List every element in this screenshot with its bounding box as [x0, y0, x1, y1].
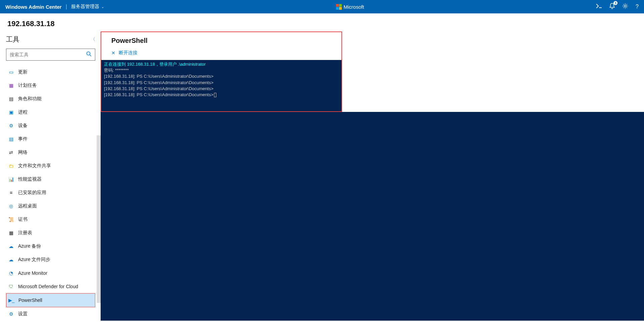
powershell-terminal[interactable]: 正在连接到 192.168.31.18，登录用户 .\administrator… — [101, 60, 341, 111]
notification-badge: 3 — [613, 1, 618, 5]
svg-line-3 — [90, 55, 92, 57]
close-icon: ✕ — [111, 50, 115, 56]
sidebar-item-label: 性能监视器 — [18, 176, 42, 182]
search-input[interactable] — [10, 52, 86, 57]
sidebar-item-remote-desktop[interactable]: ◎远程桌面 — [6, 199, 95, 213]
scheduled-tasks-icon: ▦ — [8, 82, 14, 88]
app-title[interactable]: Windows Admin Center — [5, 4, 62, 10]
svg-point-2 — [87, 52, 90, 55]
sidebar-item-label: 设置 — [18, 311, 28, 317]
sidebar-item-label: Azure Monitor — [18, 270, 47, 276]
help-icon[interactable]: ? — [636, 4, 639, 10]
header-divider: | — [66, 4, 67, 10]
perfmon-icon: 📊 — [8, 176, 14, 182]
sidebar-scrollbar[interactable] — [97, 135, 101, 303]
terminal-prompt-line: [192.168.31.18]: PS C:\Users\Administrat… — [104, 86, 339, 92]
chevron-down-icon: ⌄ — [101, 5, 104, 9]
shield-icon: 🛡 — [8, 283, 14, 289]
network-icon: ⇄ — [8, 149, 14, 155]
brand-text: Microsoft — [344, 4, 364, 10]
sidebar-item-label: Azure 备份 — [18, 243, 41, 249]
server-address: 192.168.31.18 — [0, 13, 644, 31]
sidebar-item-powershell[interactable]: ▶_PowerShell — [6, 293, 95, 307]
apps-icon: ≡ — [8, 190, 14, 196]
brand-center[interactable]: Microsoft — [336, 4, 364, 10]
disconnect-label: 断开连接 — [119, 50, 138, 56]
header-actions: 3 ? — [596, 3, 639, 10]
sidebar-item-network[interactable]: ⇄网络 — [6, 146, 95, 159]
content-area: PowerShell ✕ 断开连接 正在连接到 192.168.31.18，登录… — [101, 31, 644, 321]
sidebar-item-azure-backup[interactable]: ☁Azure 备份 — [6, 240, 95, 253]
sidebar-item-files[interactable]: 🗀文件和文件共享 — [6, 159, 95, 173]
collapse-chevron-icon[interactable]: 〈 — [91, 37, 95, 43]
sidebar-item-apps[interactable]: ≡已安装的应用 — [6, 186, 95, 199]
content-title: PowerShell — [101, 32, 341, 48]
azure-monitor-icon: ◔ — [8, 270, 14, 276]
sidebar-item-label: 设备 — [18, 123, 28, 129]
console-icon[interactable] — [596, 4, 602, 10]
main-layout: 工具 〈 ▭更新 ▦计划任务 ▤角色和功能 ▣进程 ⚙设备 ▤事件 ⇄网络 🗀文… — [0, 31, 644, 321]
sidebar-item-label: 事件 — [18, 136, 28, 142]
events-icon: ▤ — [8, 136, 14, 142]
sidebar-item-tasks[interactable]: ▦计划任务 — [6, 79, 95, 92]
sidebar-item-label: PowerShell — [18, 298, 42, 303]
sidebar-item-azure-sync[interactable]: ☁Azure 文件同步 — [6, 253, 95, 266]
terminal-cursor — [214, 93, 216, 97]
terminal-connect-line: 正在连接到 192.168.31.18，登录用户 .\administrator — [104, 61, 339, 67]
sidebar-item-registry[interactable]: ▦注册表 — [6, 226, 95, 240]
sidebar-item-label: 更新 — [18, 69, 28, 75]
sidebar-item-label: 文件和文件共享 — [18, 163, 51, 169]
sidebar-item-label: 证书 — [18, 216, 28, 222]
update-icon: ▭ — [8, 69, 14, 75]
highlighted-region: PowerShell ✕ 断开连接 正在连接到 192.168.31.18，登录… — [101, 31, 342, 112]
svg-point-1 — [624, 5, 626, 7]
terminal-prompt-line: [192.168.31.18]: PS C:\Users\Administrat… — [104, 92, 339, 98]
sidebar-item-perfmon[interactable]: 📊性能监视器 — [6, 173, 95, 186]
registry-icon: ▦ — [8, 230, 14, 236]
sidebar-item-settings[interactable]: ⚙设置 — [6, 307, 95, 321]
folder-icon: 🗀 — [8, 163, 14, 169]
sidebar-item-label: Microsoft Defender for Cloud — [18, 284, 78, 289]
context-label: 服务器管理器 — [71, 4, 99, 10]
tools-sidebar: 工具 〈 ▭更新 ▦计划任务 ▤角色和功能 ▣进程 ⚙设备 ▤事件 ⇄网络 🗀文… — [0, 31, 101, 321]
sidebar-item-label: Azure 文件同步 — [18, 257, 50, 263]
powershell-icon: ▶_ — [8, 297, 14, 303]
sidebar-item-events[interactable]: ▤事件 — [6, 132, 95, 146]
gear-icon: ⚙ — [8, 311, 14, 317]
microsoft-logo-icon — [336, 4, 342, 10]
sidebar-header: 工具 〈 — [6, 35, 95, 44]
search-icon[interactable] — [86, 51, 92, 58]
sidebar-item-azure-monitor[interactable]: ◔Azure Monitor — [6, 266, 95, 280]
terminal-prompt-line: [192.168.31.18]: PS C:\Users\Administrat… — [104, 80, 339, 86]
settings-icon[interactable] — [622, 3, 628, 10]
azure-sync-icon: ☁ — [8, 257, 14, 263]
sidebar-item-label: 角色和功能 — [18, 96, 42, 102]
sidebar-item-devices[interactable]: ⚙设备 — [6, 119, 95, 132]
sidebar-item-updates[interactable]: ▭更新 — [6, 65, 95, 79]
processes-icon: ▣ — [8, 109, 14, 115]
remote-desktop-icon: ◎ — [8, 203, 14, 209]
roles-icon: ▤ — [8, 96, 14, 102]
sidebar-item-roles[interactable]: ▤角色和功能 — [6, 92, 95, 106]
header-left: Windows Admin Center | 服务器管理器 ⌄ — [5, 4, 104, 10]
disconnect-button[interactable]: ✕ 断开连接 — [101, 48, 341, 60]
terminal-extended[interactable] — [101, 112, 644, 321]
sidebar-item-defender[interactable]: 🛡Microsoft Defender for Cloud — [6, 280, 95, 293]
context-dropdown[interactable]: 服务器管理器 ⌄ — [71, 4, 104, 10]
sidebar-item-label: 计划任务 — [18, 82, 37, 88]
terminal-prompt-line: [192.168.31.18]: PS C:\Users\Administrat… — [104, 73, 339, 79]
search-box[interactable] — [6, 49, 95, 61]
notifications-icon[interactable]: 3 — [609, 3, 615, 10]
nav-list: ▭更新 ▦计划任务 ▤角色和功能 ▣进程 ⚙设备 ▤事件 ⇄网络 🗀文件和文件共… — [6, 65, 95, 321]
terminal-password-line: 密码: ******** — [104, 67, 339, 73]
sidebar-item-label: 进程 — [18, 109, 28, 115]
sidebar-title: 工具 — [6, 35, 19, 44]
sidebar-item-label: 注册表 — [18, 230, 32, 236]
sidebar-item-certificates[interactable]: 📜证书 — [6, 213, 95, 226]
sidebar-item-label: 远程桌面 — [18, 203, 37, 209]
certificate-icon: 📜 — [8, 216, 14, 222]
sidebar-item-label: 已安装的应用 — [18, 190, 46, 196]
sidebar-item-processes[interactable]: ▣进程 — [6, 106, 95, 119]
devices-icon: ⚙ — [8, 123, 14, 129]
sidebar-item-label: 网络 — [18, 149, 28, 155]
